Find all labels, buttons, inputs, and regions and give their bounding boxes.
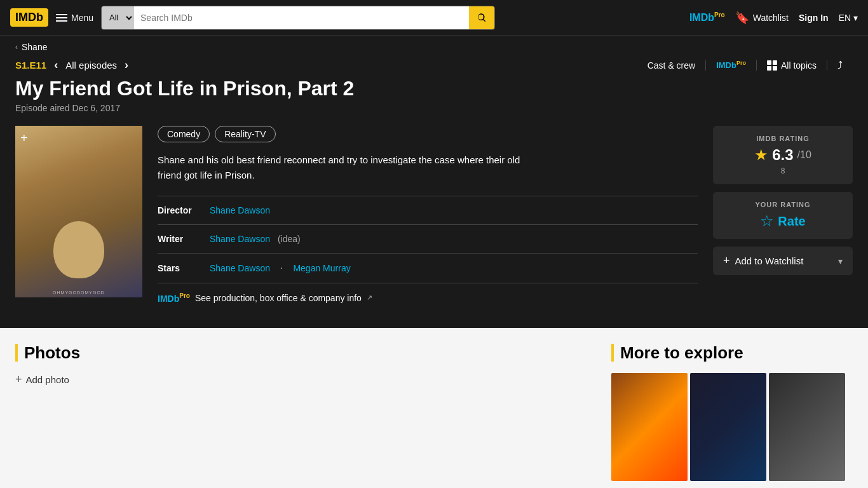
credits: Director Shane Dawson Writer Shane Dawso… [158, 196, 698, 313]
star2-link[interactable]: Megan Murray [293, 263, 350, 273]
genre-tags: Comedy Reality-TV [158, 126, 698, 142]
prev-episode-button[interactable]: ‹ [54, 58, 58, 72]
rating-score: 6.3 [772, 146, 793, 164]
hamburger-icon [56, 14, 67, 22]
episode-id: S1.E11 [15, 60, 46, 71]
director-link[interactable]: Shane Dawson [210, 205, 270, 215]
next-episode-button[interactable]: › [125, 58, 128, 72]
your-rating-label: YOUR RATING [723, 201, 843, 208]
imdb-logo[interactable]: IMDb [10, 8, 48, 27]
imdb-rating-box: IMDb RATING ★ 6.3 /10 8 [713, 126, 853, 184]
grid-icon [767, 60, 777, 71]
more-explore: More to explore [611, 343, 853, 481]
watchlist-add-label: Add to Watchlist [735, 255, 804, 266]
explore-image-2[interactable] [690, 373, 766, 481]
menu-label: Menu [71, 13, 93, 23]
photos-section-title: Photos [15, 343, 586, 363]
chevron-down-icon: ▾ [838, 256, 843, 266]
rating-panel: IMDb RATING ★ 6.3 /10 8 YOUR RATING ☆ Ra… [713, 126, 853, 313]
menu-button[interactable]: Menu [56, 13, 93, 23]
search-container: All [101, 6, 495, 30]
search-input[interactable] [134, 6, 469, 29]
photos-heading: Photos [24, 343, 80, 363]
episode-thumbnail [15, 126, 142, 297]
rating-count: 8 [723, 166, 843, 175]
stars-label: Stars [158, 263, 202, 273]
imdbpro-see-link[interactable]: See production, box office & company inf… [195, 293, 362, 303]
episode-nav: S1.E11 ‹ All episodes › Cast & crew IMDb… [0, 58, 868, 77]
rate-button[interactable]: ☆ Rate [723, 212, 843, 230]
share-icon: ⤴ [837, 60, 843, 71]
search-icon [477, 13, 487, 23]
watchlist-header-button[interactable]: 🔖 Watchlist [735, 11, 789, 25]
add-photo-button[interactable]: + Add photo [15, 373, 69, 386]
genre-tag-reality[interactable]: Reality-TV [215, 126, 275, 142]
header-right: IMDbPro 🔖 Watchlist Sign In EN ▾ [689, 11, 858, 25]
bookmark-icon: 🔖 [735, 11, 749, 25]
search-button[interactable] [469, 6, 494, 29]
content-grid: + Comedy Reality-TV Shane and his old be… [15, 126, 853, 313]
episode-description: Shane and his old best friend reconnect … [158, 152, 526, 183]
episode-nav-right: Cast & crew IMDbPro All topics ⤴ [637, 60, 853, 71]
all-episodes-link[interactable]: All episodes [65, 60, 117, 71]
episode-title: My Friend Got Life in Prison, Part 2 [15, 77, 853, 100]
plus-icon-photos: + [15, 373, 22, 386]
breadcrumb: ‹ Shane [0, 36, 868, 58]
external-link-icon: ↗ [367, 294, 372, 302]
explore-images [611, 373, 853, 481]
plus-icon: + [723, 254, 730, 268]
writer-link[interactable]: Shane Dawson [210, 234, 270, 244]
episode-details: Comedy Reality-TV Shane and his old best… [158, 126, 698, 313]
add-photo-label: Add photo [26, 374, 69, 385]
back-arrow-icon: ‹ [15, 43, 18, 51]
imdbpro-nav-link[interactable]: IMDbPro [706, 60, 757, 70]
your-rating-box: YOUR RATING ☆ Rate [713, 192, 853, 239]
watchlist-header-label: Watchlist [753, 13, 789, 23]
dot-separator: · [280, 262, 283, 274]
header: IMDb Menu All IMDbPro 🔖 Watchlist Sign I… [0, 0, 868, 36]
genre-tag-comedy[interactable]: Comedy [158, 126, 210, 142]
director-row: Director Shane Dawson [158, 196, 698, 225]
main-content: My Friend Got Life in Prison, Part 2 Epi… [0, 77, 868, 328]
star-outline-icon: ☆ [760, 212, 774, 230]
share-button[interactable]: ⤴ [827, 60, 853, 71]
star-filled-icon: ★ [754, 146, 768, 164]
writer-label: Writer [158, 234, 202, 244]
section-bar [15, 344, 18, 362]
explore-image-3[interactable] [769, 373, 845, 481]
signin-button[interactable]: Sign In [799, 13, 829, 23]
explore-image-1[interactable] [611, 373, 688, 481]
search-category-select[interactable]: All [102, 6, 134, 29]
rating-denom: /10 [797, 149, 811, 161]
add-to-watchlist-button[interactable]: + Add to Watchlist ▾ [713, 247, 853, 275]
photos-left: Photos + Add photo [15, 343, 586, 481]
episode-aired: Episode aired Dec 6, 2017 [15, 103, 853, 113]
episode-image[interactable]: + [15, 126, 142, 297]
language-selector[interactable]: EN ▾ [839, 13, 858, 23]
imdbpro-inline-logo: IMDbPro [158, 292, 190, 304]
writer-extra: (idea) [278, 234, 301, 244]
director-label: Director [158, 205, 202, 215]
add-image-button[interactable]: + [20, 131, 28, 146]
stars-row: Stars Shane Dawson · Megan Murray [158, 254, 698, 283]
all-topics-link[interactable]: All topics [757, 60, 827, 71]
more-explore-heading: More to explore [620, 343, 743, 363]
imdbpro-header-logo[interactable]: IMDbPro [689, 11, 725, 24]
cast-crew-link[interactable]: Cast & crew [637, 60, 706, 71]
more-explore-title: More to explore [611, 343, 853, 363]
explore-section-bar [611, 344, 614, 362]
rating-value: ★ 6.3 /10 [723, 146, 843, 164]
imdbpro-row: IMDbPro See production, box office & com… [158, 283, 698, 313]
rate-label: Rate [778, 214, 805, 229]
imdb-rating-label: IMDb RATING [723, 135, 843, 142]
star1-link[interactable]: Shane Dawson [210, 263, 270, 273]
writer-row: Writer Shane Dawson (idea) [158, 225, 698, 254]
breadcrumb-link[interactable]: Shane [22, 42, 47, 52]
photos-section: Photos + Add photo More to explore [0, 328, 868, 488]
